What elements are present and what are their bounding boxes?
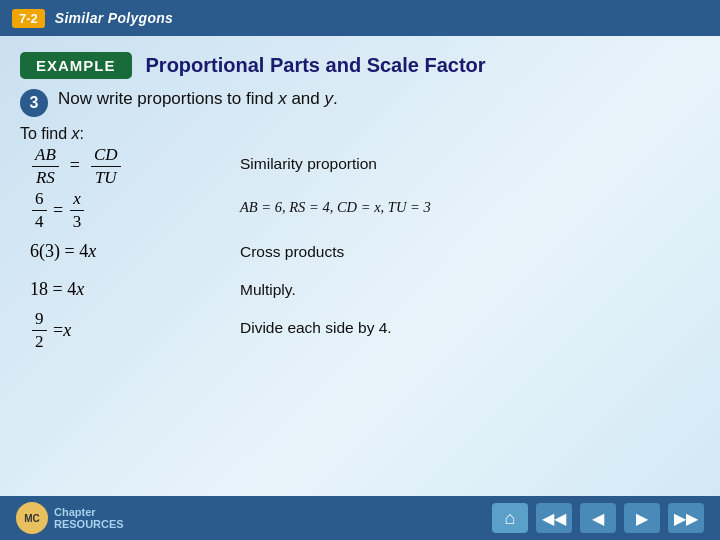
- row-5-label: Divide each side by 4.: [240, 319, 392, 337]
- row-3-label: Cross products: [240, 243, 344, 261]
- bottom-logo: MC ChapterRESOURCES: [16, 502, 124, 534]
- row-1-label: Similarity proportion: [240, 155, 377, 173]
- logo-icon: MC: [16, 502, 48, 534]
- row-4-math: 18 = 4x: [30, 279, 84, 300]
- fraction-x-3: x 3: [70, 189, 85, 233]
- row-4-right: Multiply.: [230, 271, 720, 309]
- prev-skip-button[interactable]: ◀◀: [536, 503, 572, 533]
- fraction-9-2: 9 2: [32, 309, 47, 353]
- home-button[interactable]: ⌂: [492, 503, 528, 533]
- prev-button[interactable]: ◀: [580, 503, 616, 533]
- step-circle: 3: [20, 89, 48, 117]
- row-3: 6(3) = 4x Cross products: [0, 233, 720, 271]
- row-4-label: Multiply.: [240, 281, 296, 299]
- row-3-right: Cross products: [230, 233, 720, 271]
- slide-number-badge: 7-2: [12, 9, 45, 28]
- row-5-left: 9 2 = x: [0, 309, 230, 353]
- fraction-cd-tu: CD TU: [91, 145, 121, 189]
- row-4-left: 18 = 4x: [0, 271, 230, 309]
- next-skip-button[interactable]: ▶▶: [668, 503, 704, 533]
- slide-title-top: Similar Polygons: [55, 10, 173, 26]
- example-section: EXAMPLE Proportional Parts and Scale Fac…: [20, 52, 700, 79]
- row-1-right: Similarity proportion: [230, 145, 720, 183]
- step-text: Now write proportions to find x and y.: [58, 87, 338, 111]
- fraction-AB-RS: AB RS = CD TU: [30, 145, 123, 189]
- step-x: x: [278, 89, 287, 108]
- fraction-6-4: 6 4: [32, 189, 47, 233]
- slide: 7-2 Similar Polygons EXAMPLE Proportiona…: [0, 0, 720, 540]
- row-2-right: AB = 6, RS = 4, CD = x, TU = 3: [230, 189, 720, 227]
- step-y: y: [324, 89, 333, 108]
- row-2-label: AB = 6, RS = 4, CD = x, TU = 3: [240, 199, 431, 216]
- row-2-left: 6 4 = x 3: [0, 189, 230, 233]
- example-badge: EXAMPLE: [20, 52, 132, 79]
- fraction-ab-rs: AB RS: [32, 145, 59, 189]
- to-find-label: To find x:: [20, 125, 720, 143]
- row-1-left: AB RS = CD TU: [0, 145, 230, 189]
- step-row: 3 Now write proportions to find x and y.: [20, 87, 700, 117]
- example-title: Proportional Parts and Scale Factor: [146, 54, 486, 77]
- row-4: 18 = 4x Multiply.: [0, 271, 720, 309]
- chapter-resources-label: ChapterRESOURCES: [54, 506, 124, 530]
- row-1: AB RS = CD TU Similarity proportion: [0, 145, 720, 189]
- row-2: 6 4 = x 3 AB = 6, RS = 4, CD = x, TU = 3: [0, 189, 720, 233]
- step-text-main: Now write proportions to find: [58, 89, 278, 108]
- row-3-math: 6(3) = 4x: [30, 241, 96, 262]
- row-3-left: 6(3) = 4x: [0, 233, 230, 271]
- next-button[interactable]: ▶: [624, 503, 660, 533]
- row-5: 9 2 = x Divide each side by 4.: [0, 309, 720, 353]
- step-period: .: [333, 89, 338, 108]
- bottom-bar: MC ChapterRESOURCES ⌂ ◀◀ ◀ ▶ ▶▶: [0, 496, 720, 540]
- step-and: and: [287, 89, 325, 108]
- top-bar: 7-2 Similar Polygons: [0, 0, 720, 36]
- row-5-right: Divide each side by 4.: [230, 309, 720, 347]
